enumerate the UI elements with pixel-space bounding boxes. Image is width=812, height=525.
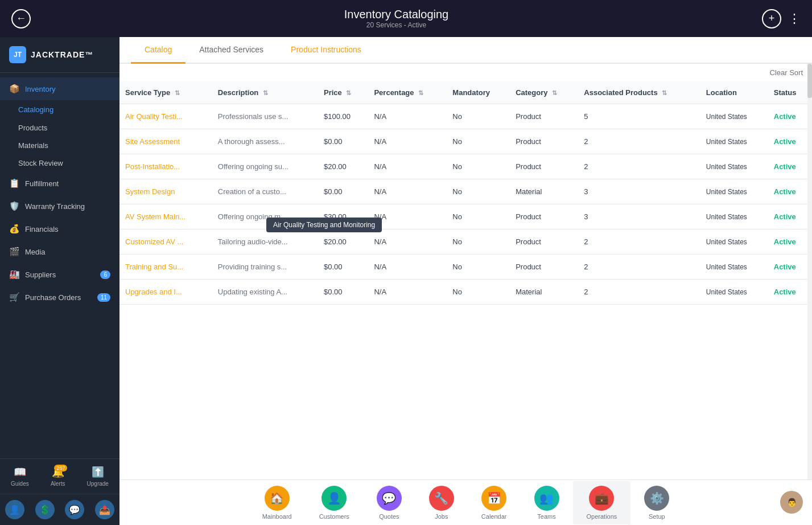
table-row: Training and Su... Providing training s.…: [119, 255, 812, 280]
cell-percentage: N/A: [368, 179, 447, 204]
financials-icon: 💰: [9, 224, 19, 234]
app-nav-mainboard[interactable]: 🏠 Mainboard: [249, 481, 306, 524]
cell-location: United States: [700, 154, 768, 179]
jobs-icon: 🔧: [429, 486, 454, 511]
cell-category: Material: [510, 280, 578, 305]
cell-percentage: N/A: [368, 154, 447, 179]
quotes-label: Quotes: [379, 513, 399, 520]
cell-percentage: N/A: [368, 104, 447, 129]
col-description[interactable]: Description ⇅: [212, 81, 318, 104]
cell-associated-products: 2: [578, 154, 700, 179]
back-button[interactable]: ←: [11, 9, 31, 28]
sort-icon-associated-products: ⇅: [662, 89, 667, 96]
sidebar-item-financials[interactable]: 💰 Financials: [0, 218, 119, 240]
cell-service-type[interactable]: Customized AV ...: [119, 229, 212, 255]
suppliers-badge: 6: [100, 270, 110, 279]
tab-catalog[interactable]: Catalog: [131, 37, 186, 64]
upgrade-label: Upgrade: [87, 481, 109, 487]
tab-attached-services[interactable]: Attached Services: [186, 37, 277, 64]
app-nav-quotes[interactable]: 💬 Quotes: [363, 481, 415, 524]
cell-associated-products: 3: [578, 179, 700, 204]
app-nav-jobs[interactable]: 🔧 Jobs: [415, 481, 468, 524]
sidebar-item-cataloging[interactable]: Cataloging: [0, 100, 119, 119]
sidebar-item-purchase-orders[interactable]: 🛒 Purchase Orders 11: [0, 286, 119, 309]
cell-service-type[interactable]: Post-Installatio...: [119, 154, 212, 179]
app-nav-operations[interactable]: 💼 Operations: [573, 481, 631, 524]
sidebar-item-stock-review[interactable]: Stock Review: [0, 154, 119, 172]
sidebar-item-inventory[interactable]: 📦 Inventory: [0, 77, 119, 100]
page-subtitle: 20 Services - Active: [344, 21, 448, 29]
sidebar-item-media[interactable]: 🎬 Media: [0, 240, 119, 263]
cell-mandatory: No: [447, 280, 510, 305]
sidebar-item-suppliers[interactable]: 🏭 Suppliers 6: [0, 263, 119, 286]
cell-status: Active: [768, 154, 812, 179]
table-row: Customized AV ... Tailoring audio-vide..…: [119, 229, 812, 255]
cell-description: Creation of a custo...: [212, 179, 318, 204]
top-header: ← Inventory Cataloging 20 Services - Act…: [0, 0, 812, 37]
upgrade-button[interactable]: ⬆️ Upgrade: [87, 466, 109, 487]
col-category[interactable]: Category ⇅: [510, 81, 578, 104]
sort-icon-service-type: ⇅: [175, 89, 180, 96]
cell-service-type[interactable]: Air Quality Testi...: [119, 104, 212, 129]
cell-location: United States: [700, 255, 768, 280]
cell-description: Offering ongoing su...: [212, 154, 318, 179]
cell-service-type[interactable]: Upgrades and I...: [119, 280, 212, 305]
cell-status: Active: [768, 229, 812, 255]
customers-label: Customers: [319, 513, 349, 520]
app-nav-setup[interactable]: ⚙️ Setup: [630, 481, 683, 524]
content-area: Catalog Attached Services Product Instru…: [119, 37, 812, 525]
cell-price: $0.00: [318, 255, 368, 280]
scrollbar-thumb[interactable]: [807, 64, 812, 98]
sidebar-navigation: 📦 Inventory Cataloging Products Material…: [0, 73, 119, 458]
purchase-orders-icon: 🛒: [9, 292, 19, 302]
tab-product-instructions[interactable]: Product Instructions: [277, 37, 375, 64]
mainboard-label: Mainboard: [262, 513, 292, 520]
customers-icon: 👤: [321, 486, 347, 511]
guides-label: Guides: [11, 481, 29, 487]
cell-status: Active: [768, 204, 812, 229]
billing-btn[interactable]: 💲: [35, 500, 55, 519]
cell-associated-products: 5: [578, 104, 700, 129]
app-nav-calendar[interactable]: 📅 Calendar: [468, 481, 521, 524]
clear-sort-button[interactable]: Clear Sort: [769, 68, 803, 77]
sidebar-item-warranty-tracking[interactable]: 🛡️ Warranty Tracking: [0, 195, 119, 218]
sidebar-item-label: Financials: [25, 225, 59, 233]
col-percentage[interactable]: Percentage ⇅: [368, 81, 447, 104]
cell-price: $100.00: [318, 104, 368, 129]
fulfillment-icon: 📋: [9, 178, 19, 188]
sort-icon-percentage: ⇅: [418, 89, 423, 96]
cell-service-type[interactable]: System Design: [119, 179, 212, 204]
tabs-bar: Catalog Attached Services Product Instru…: [119, 37, 812, 64]
chat-btn[interactable]: 💬: [65, 500, 84, 519]
cell-service-type[interactable]: Site Assessment: [119, 129, 212, 154]
col-associated-products[interactable]: Associated Products ⇅: [578, 81, 700, 104]
calendar-icon: 📅: [481, 486, 506, 511]
more-options-button[interactable]: ⋮: [788, 11, 801, 26]
setup-label: Setup: [649, 513, 665, 520]
sidebar-item-fulfillment[interactable]: 📋 Fulfillment: [0, 172, 119, 195]
user-avatar[interactable]: 👨: [780, 491, 803, 514]
teams-icon: 👥: [534, 486, 559, 511]
app-nav-teams[interactable]: 👥 Teams: [521, 481, 573, 524]
upgrade-icon: ⬆️: [92, 466, 104, 478]
sidebar-item-materials[interactable]: Materials: [0, 137, 119, 154]
table-row: Upgrades and I... Updating existing A...…: [119, 280, 812, 305]
scrollbar-track[interactable]: [807, 64, 812, 479]
col-price[interactable]: Price ⇅: [318, 81, 368, 104]
sidebar-item-products[interactable]: Products: [0, 119, 119, 137]
cell-service-type[interactable]: AV System Main...: [119, 204, 212, 229]
app-nav-customers[interactable]: 👤 Customers: [306, 481, 363, 524]
add-button[interactable]: +: [762, 9, 781, 28]
alerts-badge: 267: [54, 465, 67, 471]
col-service-type[interactable]: Service Type ⇅: [119, 81, 212, 104]
cell-description: A thorough assess...: [212, 129, 318, 154]
guides-button[interactable]: 📖 Guides: [11, 466, 29, 487]
jobs-label: Jobs: [435, 513, 448, 520]
cell-category: Product: [510, 154, 578, 179]
cell-percentage: N/A: [368, 204, 447, 229]
cell-mandatory: No: [447, 255, 510, 280]
share-btn[interactable]: 📤: [95, 500, 114, 519]
cell-service-type[interactable]: Training and Su...: [119, 255, 212, 280]
user-profile-btn[interactable]: 👤: [5, 500, 24, 519]
cell-category: Product: [510, 129, 578, 154]
